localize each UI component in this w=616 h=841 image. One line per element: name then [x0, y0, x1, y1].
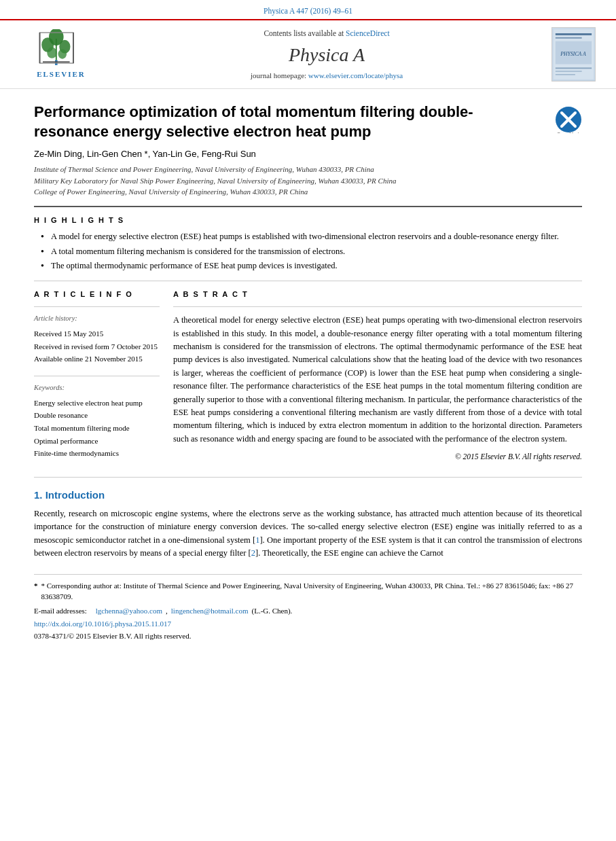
keywords-section: Keywords: Energy selective electron heat… [34, 376, 160, 460]
svg-point-5 [47, 47, 56, 58]
keywords-label: Keywords: [34, 383, 160, 393]
article-title: Performance optimization of total moment… [34, 103, 545, 141]
history-label: Article history: [34, 314, 160, 324]
affiliation-1: Institute of Thermal Science and Power E… [34, 164, 582, 175]
svg-text:CrossMark: CrossMark [557, 132, 580, 133]
page-wrapper: Physica A 447 (2016) 49–61 [0, 0, 616, 841]
highlight-item-1: A model for energy selective electron (E… [41, 231, 582, 243]
corresponding-text: * Corresponding author at: Institute of … [41, 580, 583, 603]
citation-text: Physica A 447 (2016) 49–61 [264, 7, 352, 15]
two-col-layout: A R T I C L E I N F O Article history: R… [34, 289, 582, 470]
science-direct-link[interactable]: ScienceDirect [346, 29, 390, 37]
journal-center: Contents lists available at ScienceDirec… [115, 28, 538, 82]
affiliation-3: College of Power Engineering, Naval Univ… [34, 186, 582, 198]
footer-copyright: 0378-4371/© 2015 Elsevier B.V. All right… [34, 631, 582, 641]
introduction-section: 1. Introduction Recently, research on mi… [34, 488, 582, 560]
abstract-section: A B S T R A C T A theoretical model for … [173, 289, 582, 462]
svg-point-6 [58, 49, 67, 58]
copyright-text: © 2015 Elsevier B.V. All rights reserved… [173, 451, 582, 462]
email-label: E-mail addresses: [34, 605, 87, 617]
received-date: Received 15 May 2015 [34, 327, 160, 340]
footnote-star: * [34, 580, 38, 603]
highlight-item-2: A total momentum filtering mechanism is … [41, 246, 582, 258]
svg-rect-19 [556, 74, 575, 75]
journal-name: Physica A [115, 41, 538, 68]
highlights-section: H I G H L I G H T S A model for energy s… [34, 215, 582, 272]
keywords-divider [34, 376, 160, 376]
science-direct-text: Contents lists available at ScienceDirec… [115, 28, 538, 39]
article-info-section: A R T I C L E I N F O Article history: R… [34, 289, 160, 365]
elsevier-logo-box: ELSEVIER [20, 29, 102, 79]
keyword-2: Double resonance [34, 409, 160, 422]
elsevier-tree-icon [31, 29, 92, 67]
svg-rect-14 [556, 37, 582, 39]
svg-rect-17 [556, 67, 592, 69]
highlights-list: A model for energy selective electron (E… [34, 231, 582, 272]
keyword-5: Finite-time thermodynamics [34, 447, 160, 460]
svg-rect-13 [556, 33, 592, 35]
title-section: Performance optimization of total moment… [34, 103, 582, 141]
journal-homepage-link[interactable]: www.elsevier.com/locate/physa [308, 71, 403, 79]
svg-rect-7 [43, 61, 70, 62]
intro-text: Recently, research on microscopic engine… [34, 507, 582, 560]
journal-cover-icon: PHYSICA A [552, 27, 595, 82]
main-content: Performance optimization of total moment… [0, 89, 616, 656]
available-date: Available online 21 November 2015 [34, 353, 160, 365]
email-note: E-mail addresses: lgchenna@yahoo.com, li… [34, 605, 582, 617]
journal-citation: Physica A 447 (2016) 49–61 [0, 0, 616, 19]
intro-title: 1. Introduction [34, 488, 582, 502]
abstract-divider [173, 306, 582, 307]
email-link-1[interactable]: lgchenna@yahoo.com [96, 605, 162, 617]
elsevier-text: ELSEVIER [37, 69, 86, 79]
property-word: property [319, 535, 347, 545]
keyword-1: Energy selective electron heat pump [34, 397, 160, 410]
abstract-col: A B S T R A C T A theoretical model for … [173, 289, 582, 470]
doi-link[interactable]: http://dx.doi.org/10.1016/j.physa.2015.1… [34, 620, 171, 628]
ref-2-link[interactable]: 2 [251, 548, 255, 558]
highlight-item-3: The optimal thermodynamic performance of… [41, 260, 582, 272]
svg-text:PHYSICA A: PHYSICA A [560, 51, 586, 57]
article-dates: Received 15 May 2015 Received in revised… [34, 327, 160, 365]
authors: Ze-Min Ding, Lin-Gen Chen *, Yan-Lin Ge,… [34, 148, 582, 160]
affiliations: Institute of Thermal Science and Power E… [34, 164, 582, 198]
ref-1-link[interactable]: 1 [255, 535, 259, 545]
abstract-text: A theoretical model for energy selective… [173, 314, 582, 446]
corresponding-author-note: * * Corresponding author at: Institute o… [34, 580, 582, 603]
revised-date: Received in revised form 7 October 2015 [34, 340, 160, 353]
email-link-2[interactable]: lingenchen@hotmail.com [171, 605, 249, 617]
highlights-divider [34, 281, 582, 281]
footer-section: * * Corresponding author at: Institute o… [34, 574, 582, 642]
article-info-heading: A R T I C L E I N F O [34, 289, 160, 300]
abstract-heading: A B S T R A C T [173, 289, 582, 300]
keyword-4: Optimal performance [34, 435, 160, 448]
journal-homepage: journal homepage: www.elsevier.com/locat… [115, 71, 538, 81]
crossmark-icon[interactable]: CrossMark [555, 106, 582, 133]
svg-rect-18 [556, 71, 582, 71]
keywords-list: Energy selective electron heat pump Doub… [34, 397, 160, 460]
article-info-divider [34, 306, 160, 307]
article-info-col: A R T I C L E I N F O Article history: R… [34, 289, 160, 470]
email-suffix: (L.-G. Chen). [252, 605, 293, 617]
journal-header: ELSEVIER Contents lists available at Sci… [0, 19, 616, 89]
journal-thumbnail: PHYSICA A [551, 27, 596, 82]
highlights-heading: H I G H L I G H T S [34, 215, 582, 226]
keyword-3: Total momentum filtering mode [34, 422, 160, 435]
doi-line: http://dx.doi.org/10.1016/j.physa.2015.1… [34, 619, 582, 629]
title-divider [34, 206, 582, 207]
affiliation-2: Military Key Laboratory for Naval Ship P… [34, 175, 582, 187]
main-divider [34, 477, 582, 478]
